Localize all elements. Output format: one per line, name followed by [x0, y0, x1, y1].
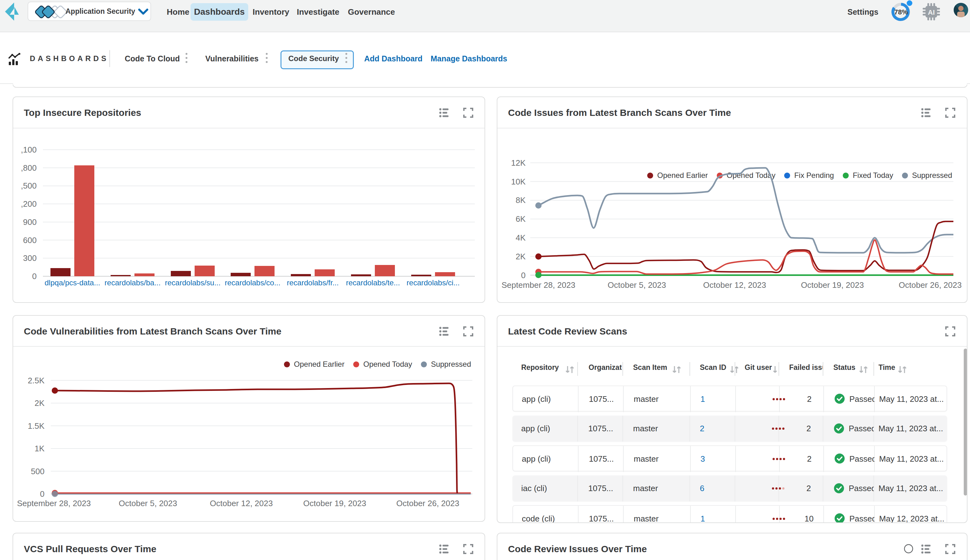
- svg-text:October 19, 2023: October 19, 2023: [303, 498, 366, 508]
- svg-text:September 28, 2023: September 28, 2023: [17, 498, 91, 508]
- svg-text:0: 0: [521, 271, 526, 280]
- svg-text:October 19, 2023: October 19, 2023: [801, 280, 864, 290]
- svg-text:12K: 12K: [511, 158, 526, 168]
- svg-text:78%: 78%: [894, 8, 908, 16]
- svg-text:recardolabs/su...: recardolabs/su...: [165, 278, 220, 287]
- svg-text:2.5K: 2.5K: [28, 376, 45, 385]
- svg-text:recardolabs/ci...: recardolabs/ci...: [406, 278, 459, 287]
- svg-text:recardolabs/te...: recardolabs/te...: [346, 278, 400, 287]
- svg-text:recardolabs/ba...: recardolabs/ba...: [105, 278, 161, 287]
- svg-text:recardolabs/fr...: recardolabs/fr...: [287, 278, 339, 287]
- svg-text:October 5, 2023: October 5, 2023: [608, 280, 666, 290]
- svg-text:2K: 2K: [516, 252, 526, 261]
- svg-text:10K: 10K: [511, 177, 526, 187]
- svg-text:dlpqa/pcs-data...: dlpqa/pcs-data...: [45, 278, 100, 287]
- svg-text:October 12, 2023: October 12, 2023: [703, 280, 766, 290]
- svg-text:October 26, 2023: October 26, 2023: [396, 498, 459, 508]
- svg-text:6K: 6K: [516, 214, 526, 223]
- svg-text:2K: 2K: [35, 398, 45, 408]
- svg-text:recardolabs/co...: recardolabs/co...: [225, 278, 280, 287]
- svg-text:AI: AI: [928, 8, 935, 16]
- svg-text:500: 500: [31, 467, 45, 476]
- svg-text:,200: ,200: [21, 199, 37, 208]
- svg-text:900: 900: [23, 217, 37, 227]
- svg-text:1K: 1K: [35, 444, 45, 453]
- svg-text:300: 300: [23, 253, 37, 263]
- svg-text:,500: ,500: [21, 181, 37, 190]
- svg-text:September 28, 2023: September 28, 2023: [501, 280, 575, 290]
- svg-text:October 12, 2023: October 12, 2023: [210, 498, 273, 508]
- svg-text:,800: ,800: [21, 163, 37, 173]
- svg-text:1.5K: 1.5K: [28, 421, 45, 431]
- svg-text:October 26, 2023: October 26, 2023: [899, 280, 962, 290]
- svg-text:October 5, 2023: October 5, 2023: [119, 498, 177, 508]
- svg-text:,100: ,100: [21, 145, 37, 154]
- svg-text:4K: 4K: [516, 233, 526, 242]
- svg-text:0: 0: [40, 489, 45, 498]
- svg-text:600: 600: [23, 235, 37, 245]
- svg-text:8K: 8K: [516, 195, 526, 205]
- svg-text:0: 0: [32, 272, 37, 281]
